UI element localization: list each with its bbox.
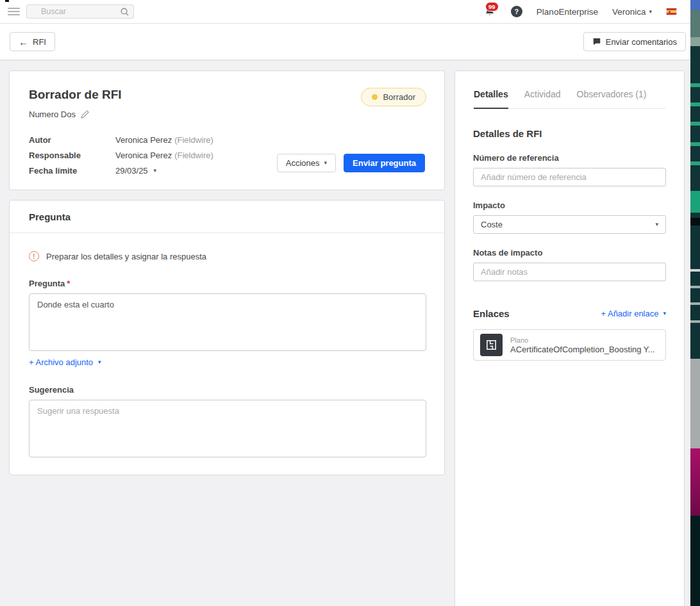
chevron-down-icon: ▾ xyxy=(324,160,328,166)
question-mark-icon: ? xyxy=(514,8,519,15)
add-link-label: + Añadir enlace xyxy=(601,309,658,318)
user-menu[interactable]: Veronica ▾ xyxy=(612,7,652,17)
details-panel: Detalles Actividad Observadores (1) Deta… xyxy=(454,70,685,606)
reference-number-label: Número de referencia xyxy=(473,153,666,163)
add-link-button[interactable]: + Añadir enlace ▾ xyxy=(601,309,666,318)
question-card-body: ! Preparar los detalles y asignar la res… xyxy=(10,233,444,475)
tab-actividad[interactable]: Actividad xyxy=(524,89,561,108)
user-name: Veronica xyxy=(612,7,646,17)
send-question-button[interactable]: Enviar pregunta xyxy=(344,154,425,172)
links-title: Enlaces xyxy=(473,308,510,319)
background-window-strip xyxy=(690,0,700,606)
suggestion-textarea[interactable] xyxy=(29,400,426,457)
question-field-label: Pregunta* xyxy=(29,279,425,288)
page-toolbar: ← RFI Enviar comentarios xyxy=(0,24,700,60)
add-attachment-button[interactable]: + Archivo adjunto ▾ xyxy=(29,357,101,367)
author-label: Autor xyxy=(29,135,115,145)
feedback-button-label: Enviar comentarios xyxy=(606,37,677,47)
impact-label: Impacto xyxy=(473,201,666,210)
chevron-down-icon: ▾ xyxy=(154,168,157,174)
link-texts: Plano ACertificateOfCompletion_Boosting … xyxy=(510,336,655,354)
question-card-header: Pregunta xyxy=(10,201,444,233)
plan-icon xyxy=(485,339,497,351)
back-button-label: RFI xyxy=(33,37,46,47)
question-card-title: Pregunta xyxy=(29,211,71,222)
spain-flag-icon[interactable] xyxy=(666,8,677,15)
assignee-company: (Fieldwire) xyxy=(174,151,213,160)
status-badge-label: Borrador xyxy=(383,92,415,102)
tab-detalles[interactable]: Detalles xyxy=(474,89,508,109)
author-row: Autor Veronica Perez (Fieldwire) xyxy=(29,132,425,147)
chevron-down-icon: ▾ xyxy=(98,359,101,365)
assignee-value: Veronica Perez xyxy=(115,151,172,160)
chevron-down-icon: ▾ xyxy=(649,9,652,15)
impact-notes-input[interactable] xyxy=(473,263,666,281)
notice-text: Preparar los detalles y asignar la respu… xyxy=(46,252,206,261)
rfi-subtitle: Numero Dos xyxy=(29,110,76,119)
tab-observadores[interactable]: Observadores (1) xyxy=(577,89,647,108)
attachment-label: + Archivo adjunto xyxy=(29,357,93,367)
speech-bubble-icon xyxy=(592,37,601,46)
suggestion-label-text: Sugerencia xyxy=(29,385,74,395)
back-to-rfi-button[interactable]: ← RFI xyxy=(10,32,55,51)
pencil-icon xyxy=(81,110,89,119)
details-section-title: Detalles de RFI xyxy=(473,128,666,139)
required-asterisk: * xyxy=(67,279,70,288)
impact-selected-value: Coste xyxy=(481,220,503,229)
hamburger-menu-icon[interactable] xyxy=(8,6,20,17)
organization-name[interactable]: PlanoEnterprise xyxy=(537,7,598,17)
rfi-subtitle-row: Numero Dos xyxy=(29,110,425,119)
due-date-picker[interactable]: 29/03/25 ▾ xyxy=(115,166,156,176)
search-box xyxy=(26,4,134,19)
search-icon xyxy=(120,7,129,19)
author-company: (Fieldwire) xyxy=(174,135,213,145)
link-name: ACertificateOfCompletion_Boosting Y... xyxy=(510,345,655,354)
app-window: 99 ? PlanoEnterprise Veronica ▾ ← RFI En… xyxy=(0,0,700,606)
status-badge: Borrador xyxy=(361,88,426,106)
status-dot-icon xyxy=(372,94,378,100)
assignee-label: Responsable xyxy=(29,151,115,160)
question-textarea[interactable]: Donde esta el cuarto xyxy=(29,293,426,351)
warning-icon: ! xyxy=(29,251,39,261)
rfi-summary-card: Borrador de RFI Borrador Numero Dos Auto… xyxy=(9,70,445,190)
edit-title-button[interactable] xyxy=(81,110,89,119)
suggestion-field-label: Sugerencia xyxy=(29,385,425,395)
impact-select[interactable]: Coste ▾ xyxy=(473,215,666,234)
link-type: Plano xyxy=(510,336,655,344)
chevron-down-icon: ▾ xyxy=(663,311,666,316)
back-arrow-icon: ← xyxy=(19,37,28,47)
reference-number-input[interactable] xyxy=(473,168,666,186)
notice-row: ! Preparar los detalles y asignar la res… xyxy=(29,251,425,261)
actions-button-label: Acciones xyxy=(286,158,320,168)
help-button[interactable]: ? xyxy=(511,6,522,17)
links-section-header: Enlaces + Añadir enlace ▾ xyxy=(473,308,666,319)
plan-thumbnail xyxy=(480,334,503,356)
impact-notes-label: Notas de impacto xyxy=(473,248,666,258)
actions-dropdown-button[interactable]: Acciones ▾ xyxy=(277,154,336,172)
question-label-text: Pregunta xyxy=(29,279,65,288)
top-navigation-bar: 99 ? PlanoEnterprise Veronica ▾ xyxy=(0,0,700,24)
author-value: Veronica Perez xyxy=(115,135,172,145)
notification-count-badge: 99 xyxy=(485,2,499,12)
question-card: Pregunta ! Preparar los detalles y asign… xyxy=(9,200,445,475)
topbar-right-group: 99 ? PlanoEnterprise Veronica ▾ xyxy=(484,5,700,18)
search-input[interactable] xyxy=(27,5,133,18)
window-artifact xyxy=(5,0,9,2)
due-date-label: Fecha límite xyxy=(29,166,115,176)
rfi-card-actions: Acciones ▾ Enviar pregunta xyxy=(277,154,425,172)
details-panel-tabs: Detalles Actividad Observadores (1) xyxy=(474,71,665,109)
due-date-value: 29/03/25 xyxy=(115,166,148,176)
send-feedback-button[interactable]: Enviar comentarios xyxy=(583,32,686,51)
linked-plan-card[interactable]: Plano ACertificateOfCompletion_Boosting … xyxy=(473,329,666,361)
notifications-button[interactable]: 99 xyxy=(484,5,497,18)
send-question-label: Enviar pregunta xyxy=(353,158,416,168)
chevron-down-icon: ▾ xyxy=(655,222,658,227)
